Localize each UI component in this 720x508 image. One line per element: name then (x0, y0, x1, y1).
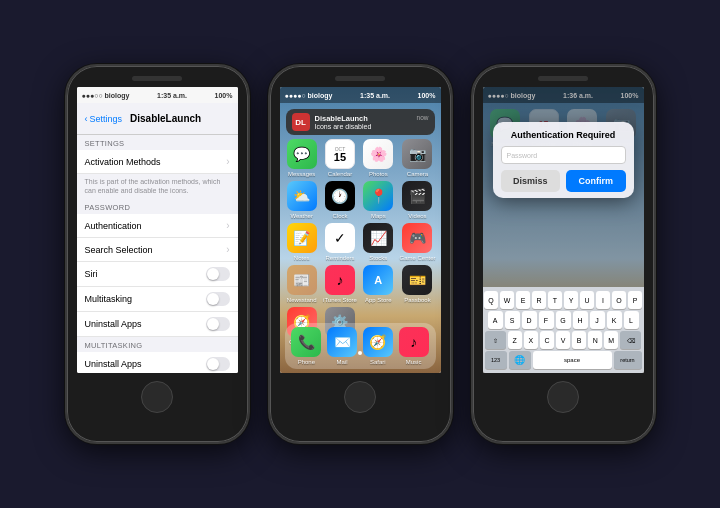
dock-safari[interactable]: 🧭Safari (363, 327, 393, 365)
key-x[interactable]: X (524, 331, 538, 349)
keyboard: Q W E R T Y U I O P A S D (483, 287, 644, 373)
app-clock[interactable]: 🕐Clock (323, 181, 357, 219)
app-stocks[interactable]: 📈Stocks (361, 223, 395, 261)
key-o[interactable]: O (612, 291, 626, 309)
stocks-icon: 📈 (363, 223, 393, 253)
key-g[interactable]: G (556, 311, 571, 329)
uninstall-password-toggle[interactable] (206, 317, 230, 331)
key-d[interactable]: D (522, 311, 537, 329)
row-multitasking[interactable]: Multitasking (77, 287, 238, 312)
key-space[interactable]: space (533, 351, 612, 369)
app-itunes[interactable]: ♪iTunes Store (323, 265, 357, 303)
app-videos[interactable]: 🎬Videos (399, 181, 435, 219)
keyboard-row-1: Q W E R T Y U I O P (485, 291, 642, 309)
key-n[interactable]: N (588, 331, 602, 349)
status-right-2: 100% (418, 92, 436, 99)
row-uninstall-password[interactable]: Uninstall Apps (77, 312, 238, 337)
row-search-selection[interactable]: Search Selection › (77, 238, 238, 262)
confirm-button[interactable]: Confirm (566, 170, 626, 192)
phone-3: ●●●●○ biology 1:36 a.m. 100% 💬Messages 1… (471, 64, 656, 444)
app-passbook[interactable]: 🎫Passbook (399, 265, 435, 303)
key-w[interactable]: W (500, 291, 514, 309)
keyboard-row-4: 123 🌐 space return (485, 351, 642, 369)
row-siri[interactable]: Siri (77, 262, 238, 287)
notif-content: DisableLaunch now Icons are disabled (315, 114, 429, 130)
key-f[interactable]: F (539, 311, 554, 329)
key-m[interactable]: M (604, 331, 618, 349)
phone-2-screen: ●●●●○ biology 1:35 a.m. 100% DL DisableL… (280, 87, 441, 373)
uninstall-multitasking-toggle[interactable] (206, 357, 230, 371)
gamecenter-icon: 🎮 (402, 223, 432, 253)
key-k[interactable]: K (607, 311, 622, 329)
multitasking-toggle[interactable] (206, 292, 230, 306)
dock-phone[interactable]: 📞Phone (291, 327, 321, 365)
phone-3-speaker (538, 76, 588, 81)
phone-1-home-button[interactable] (141, 381, 173, 413)
row-auth-label: Authentication (85, 221, 142, 231)
app-calendar[interactable]: OCT15Calendar (323, 139, 357, 177)
row-authentication[interactable]: Authentication › (77, 214, 238, 238)
key-j[interactable]: J (590, 311, 605, 329)
app-gamecenter[interactable]: 🎮Game Center (399, 223, 435, 261)
key-r[interactable]: R (532, 291, 546, 309)
key-i[interactable]: I (596, 291, 610, 309)
status-left: ●●●○○ biology (82, 92, 130, 99)
phone-3-screen: ●●●●○ biology 1:36 a.m. 100% 💬Messages 1… (483, 87, 644, 373)
dismiss-button[interactable]: Dismiss (501, 170, 561, 192)
key-return[interactable]: return (614, 351, 642, 369)
messages-icon: 💬 (287, 139, 317, 169)
app-messages[interactable]: 💬Messages (285, 139, 319, 177)
password-placeholder: Password (507, 152, 538, 159)
section-header-settings: SETTINGS (77, 135, 238, 150)
row-activation-methods[interactable]: Activation Methods › (77, 150, 238, 174)
app-camera[interactable]: 📷Camera (399, 139, 435, 177)
row-uninstall-multitasking[interactable]: Uninstall Apps (77, 352, 238, 373)
key-q[interactable]: Q (484, 291, 498, 309)
app-appstore[interactable]: AApp Store (361, 265, 395, 303)
key-globe[interactable]: 🌐 (509, 351, 531, 369)
status-right: 100% (215, 92, 233, 99)
keyboard-row-3: ⇧ Z X C V B N M ⌫ (485, 331, 642, 349)
phones-container: ●●●○○ biology 1:35 a.m. 100% ‹ Settings … (55, 54, 666, 454)
dock-music[interactable]: ♪Music (399, 327, 429, 365)
phone-3-home-button[interactable] (547, 381, 579, 413)
app-newsstand[interactable]: 📰Newsstand (285, 265, 319, 303)
videos-icon: 🎬 (402, 181, 432, 211)
key-b[interactable]: B (572, 331, 586, 349)
key-h[interactable]: H (573, 311, 588, 329)
key-s[interactable]: S (505, 311, 520, 329)
phone-2-home-button[interactable] (344, 381, 376, 413)
key-a[interactable]: A (488, 311, 503, 329)
app-notes[interactable]: 📝Notes (285, 223, 319, 261)
auth-dialog: Authentication Required Password Dismiss… (493, 122, 634, 198)
key-y[interactable]: Y (564, 291, 578, 309)
row-search-label: Search Selection (85, 245, 153, 255)
nav-title: DisableLaunch (130, 113, 201, 124)
key-c[interactable]: C (540, 331, 554, 349)
password-input[interactable]: Password (501, 146, 626, 164)
key-e[interactable]: E (516, 291, 530, 309)
activation-description: This is part of the activation methods, … (77, 174, 238, 199)
app-photos[interactable]: 🌸Photos (361, 139, 395, 177)
notification-banner: DL DisableLaunch now Icons are disabled (286, 109, 435, 135)
key-p[interactable]: P (628, 291, 642, 309)
key-v[interactable]: V (556, 331, 570, 349)
keyboard-row-2: A S D F G H J K L (485, 311, 642, 329)
siri-toggle[interactable] (206, 267, 230, 281)
back-button[interactable]: ‹ Settings (85, 114, 123, 124)
status-time-3: 1:36 a.m. (563, 92, 593, 99)
key-z[interactable]: Z (508, 331, 522, 349)
key-backspace[interactable]: ⌫ (620, 331, 641, 349)
phone-2-speaker (335, 76, 385, 81)
key-l[interactable]: L (624, 311, 639, 329)
key-t[interactable]: T (548, 291, 562, 309)
key-shift[interactable]: ⇧ (485, 331, 506, 349)
section-header-multitasking: MULTITASKING (77, 337, 238, 352)
app-maps[interactable]: 📍Maps (361, 181, 395, 219)
app-weather[interactable]: ⛅Weather (285, 181, 319, 219)
key-u[interactable]: U (580, 291, 594, 309)
settings-nav: ‹ Settings DisableLaunch (77, 103, 238, 135)
dock-mail[interactable]: ✉️Mail (327, 327, 357, 365)
app-reminders[interactable]: ✓Reminders (323, 223, 357, 261)
key-123[interactable]: 123 (485, 351, 507, 369)
